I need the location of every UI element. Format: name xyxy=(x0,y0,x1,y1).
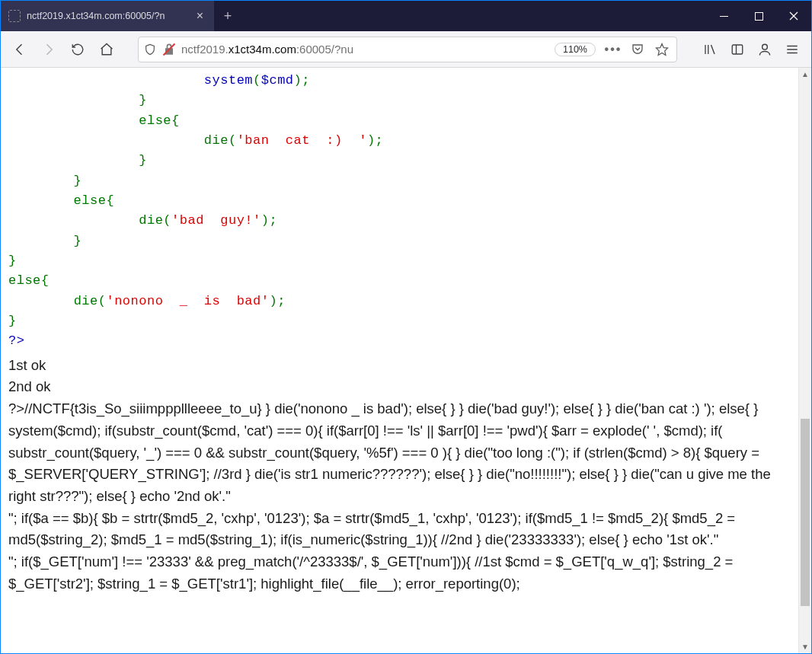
maximize-button[interactable] xyxy=(741,1,776,31)
svg-rect-1 xyxy=(755,12,762,20)
svg-rect-9 xyxy=(732,45,743,54)
output-body-1: ?>//NCTF{t3is_So_siiimpppllleeee_to_u} }… xyxy=(8,398,794,507)
output-body-3: "; if($_GET['num'] !== '23333' && preg_m… xyxy=(8,551,794,595)
output-line-1: 1st ok xyxy=(8,355,794,377)
url-prefix: nctf2019. xyxy=(181,43,229,56)
titlebar: nctf2019.x1ct34m.com:60005/?n × + xyxy=(1,1,811,31)
url-bar[interactable]: nctf2019.x1ct34m.com:60005/?nu 110% ••• xyxy=(138,37,677,62)
tracking-shield-icon[interactable] xyxy=(143,43,157,56)
tab-title: nctf2019.x1ct34m.com:60005/?n xyxy=(27,11,187,21)
toolbar: nctf2019.x1ct34m.com:60005/?nu 110% ••• xyxy=(1,31,811,68)
menu-icon[interactable] xyxy=(779,37,805,62)
svg-marker-5 xyxy=(657,43,668,55)
scroll-up-icon[interactable]: ▲ xyxy=(799,68,811,81)
url-suffix: :60005/?nu xyxy=(296,43,353,56)
output-line-2: 2nd ok xyxy=(8,376,794,398)
sidebar-icon[interactable] xyxy=(724,37,750,62)
back-button[interactable] xyxy=(7,37,33,62)
tab-close-icon[interactable]: × xyxy=(193,9,206,23)
content-area: system($cmd); } else{ die('ban cat :) ')… xyxy=(1,68,811,653)
forward-button[interactable] xyxy=(36,37,62,62)
svg-point-11 xyxy=(762,44,768,49)
url-host: x1ct34m.com xyxy=(229,43,296,56)
response-output: 1st ok 2nd ok ?>//NCTF{t3is_So_siiimpppl… xyxy=(8,355,794,595)
tab-favicon-icon xyxy=(8,10,21,22)
library-icon[interactable] xyxy=(697,37,723,62)
titlebar-spacer xyxy=(241,1,706,31)
insecure-lock-icon[interactable] xyxy=(161,42,177,57)
minimize-button[interactable] xyxy=(706,1,741,31)
bookmark-star-icon[interactable] xyxy=(652,43,672,56)
home-button[interactable] xyxy=(94,37,120,62)
toolbar-right xyxy=(697,37,805,62)
new-tab-button[interactable]: + xyxy=(214,1,241,31)
page-actions-icon[interactable]: ••• xyxy=(603,43,623,56)
zoom-indicator[interactable]: 110% xyxy=(555,43,596,56)
close-window-button[interactable] xyxy=(776,1,811,31)
browser-tab[interactable]: nctf2019.x1ct34m.com:60005/?n × xyxy=(1,1,214,31)
scroll-down-icon[interactable]: ▼ xyxy=(799,640,811,653)
svg-line-8 xyxy=(711,45,715,54)
scrollbar-thumb[interactable] xyxy=(801,419,810,606)
account-icon[interactable] xyxy=(752,37,778,62)
reload-button[interactable] xyxy=(65,37,91,62)
page-content[interactable]: system($cmd); } else{ die('ban cat :) ')… xyxy=(1,68,798,653)
highlighted-source: system($cmd); } else{ die('ban cat :) ')… xyxy=(8,71,794,352)
pocket-icon[interactable] xyxy=(628,43,647,56)
browser-window: nctf2019.x1ct34m.com:60005/?n × + xyxy=(0,0,812,654)
output-body-2: "; if($a == $b){ $b = strtr($md5_2, 'cxh… xyxy=(8,508,794,551)
window-controls xyxy=(706,1,811,31)
vertical-scrollbar[interactable]: ▲ ▼ xyxy=(798,68,811,653)
url-text[interactable]: nctf2019.x1ct34m.com:60005/?nu xyxy=(181,43,550,56)
